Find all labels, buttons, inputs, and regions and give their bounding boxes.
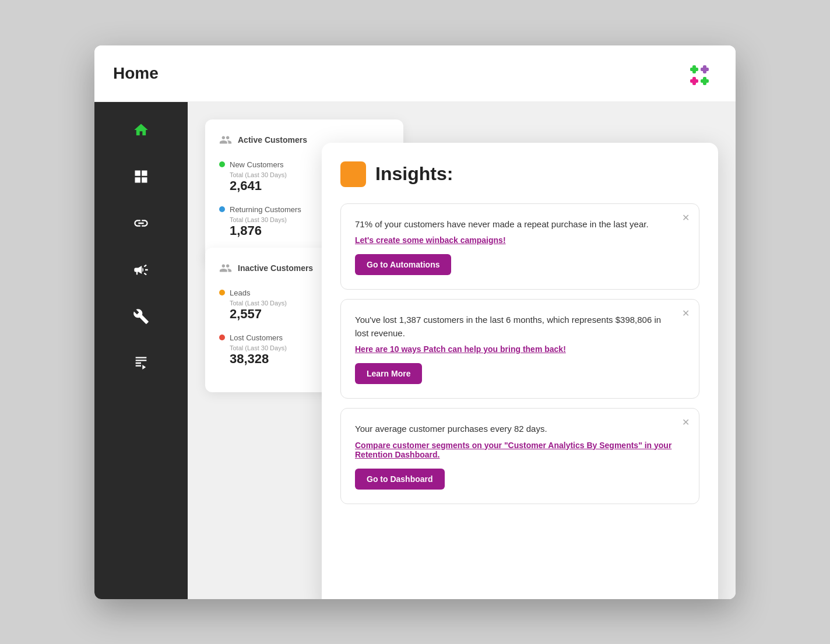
insight-3-close-button[interactable]: ✕: [682, 418, 690, 427]
insight-3-button[interactable]: Go to Dashboard: [355, 469, 445, 490]
sidebar: [94, 102, 188, 599]
svg-rect-7: [701, 79, 709, 83]
content-area: Active Customers New Customers Total (La…: [188, 102, 736, 599]
returning-customers-label: Returning Customers: [230, 205, 301, 214]
active-customers-title: Active Customers: [238, 135, 307, 145]
new-customers-label: New Customers: [230, 160, 283, 169]
insight-1-link[interactable]: Let's create some winback campaigns!: [355, 235, 685, 245]
home-icon: [133, 122, 149, 138]
lost-customers-label: Lost Customers: [230, 333, 283, 342]
magnet-icon: [133, 215, 149, 231]
insights-header: Insights:: [340, 161, 699, 187]
sidebar-item-home[interactable]: [127, 116, 155, 144]
logo-icon: [689, 59, 717, 87]
page-title: Home: [113, 64, 159, 83]
insight-card-2: ✕ You've lost 1,387 customers in the las…: [340, 299, 699, 399]
insight-3-text: Your average customer purchases every 82…: [355, 423, 685, 436]
people-icon: [219, 133, 232, 146]
insight-1-text: 71% of your customers have never made a …: [355, 218, 685, 231]
top-bar: Home: [94, 45, 736, 102]
insight-3-link[interactable]: Compare customer segments on your "Custo…: [355, 441, 685, 459]
sidebar-item-contacts[interactable]: [127, 209, 155, 237]
leads-dot: [219, 290, 225, 295]
svg-rect-3: [701, 68, 709, 71]
main-layout: Active Customers New Customers Total (La…: [94, 102, 736, 599]
insight-2-close-button[interactable]: ✕: [682, 309, 690, 318]
megaphone-icon: [133, 262, 149, 278]
leads-label: Leads: [230, 288, 250, 297]
new-customers-dot: [219, 161, 225, 167]
insight-1-button[interactable]: Go to Automations: [355, 254, 451, 275]
logo: [689, 59, 717, 87]
insights-overlay: Insights: ✕ 71% of your customers have n…: [322, 143, 718, 599]
sidebar-item-campaigns[interactable]: [127, 256, 155, 284]
sidebar-item-contacts-list[interactable]: [127, 349, 155, 377]
insight-1-close-button[interactable]: ✕: [682, 213, 690, 223]
inactive-people-icon: [219, 262, 232, 275]
svg-rect-5: [690, 79, 698, 83]
grid-icon: [133, 168, 149, 185]
insight-2-button[interactable]: Learn More: [355, 363, 422, 384]
insight-2-link[interactable]: Here are 10 ways Patch can help you brin…: [355, 344, 685, 354]
lost-dot: [219, 335, 225, 340]
insight-card-3: ✕ Your average customer purchases every …: [340, 408, 699, 504]
contacts-list-icon: [133, 355, 149, 371]
svg-rect-1: [690, 68, 698, 71]
orange-square-icon: [340, 161, 366, 187]
returning-customers-dot: [219, 206, 225, 212]
card-stack: Active Customers New Customers Total (La…: [205, 119, 718, 582]
sidebar-item-dashboard[interactable]: [127, 163, 155, 191]
insight-card-1: ✕ 71% of your customers have never made …: [340, 203, 699, 290]
tools-icon: [133, 308, 149, 325]
inactive-customers-title: Inactive Customers: [238, 263, 313, 273]
insight-2-text: You've lost 1,387 customers in the last …: [355, 314, 685, 340]
insights-title: Insights:: [375, 163, 453, 185]
app-window: Home: [94, 45, 736, 599]
sidebar-item-tools[interactable]: [127, 302, 155, 330]
